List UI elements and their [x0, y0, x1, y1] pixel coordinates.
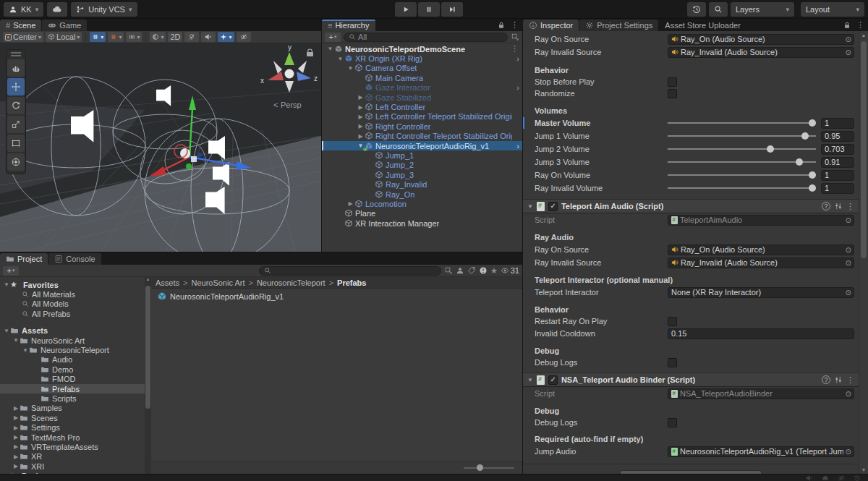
- master-volume-value[interactable]: 1: [821, 118, 854, 129]
- tab-asset-store-uploader[interactable]: Asset Store Uploader: [659, 20, 746, 31]
- project-item[interactable]: ▶ XR: [0, 452, 145, 461]
- object-field-ray-on[interactable]: Ray_On (Audio Source) ⊙: [668, 244, 854, 255]
- slider-handle[interactable]: [809, 171, 816, 179]
- hierarchy-item[interactable]: ▶ Left Controller: [322, 102, 522, 111]
- hierarchy-item[interactable]: ▶ Locomotion: [322, 199, 522, 208]
- object-field-jump-audio[interactable]: NeurosonicTeleportAudioRig_v1 (Teleport …: [668, 446, 854, 457]
- project-tree-scrollbar[interactable]: ▲: [145, 277, 151, 474]
- layout-dropdown[interactable]: Layout ▾: [801, 2, 864, 17]
- 2d-toggle[interactable]: 2D: [168, 32, 182, 42]
- project-item-selected[interactable]: Prefabs: [0, 384, 145, 393]
- object-picker-icon[interactable]: ⊙: [846, 246, 851, 254]
- transform-tool[interactable]: [7, 153, 25, 171]
- search-button[interactable]: [709, 2, 728, 17]
- project-item[interactable]: ▼ NeurosonicTeleport: [0, 345, 145, 354]
- hierarchy-item[interactable]: ▼ Camera Offset: [322, 64, 522, 73]
- rotate-tool[interactable]: [7, 97, 25, 114]
- jump1-volume-slider[interactable]: [668, 130, 816, 142]
- object-picker-icon[interactable]: ⊙: [846, 216, 851, 224]
- hierarchy-item[interactable]: ▶ Right Controller Teleport Stabilized O…: [322, 132, 522, 141]
- rect-tool[interactable]: [7, 135, 25, 152]
- play-button[interactable]: [395, 2, 417, 17]
- component-enabled-checkbox[interactable]: [548, 202, 558, 211]
- hierarchy-item[interactable]: ▶ Left Controller Teleport Stabilized Or…: [322, 112, 522, 122]
- thumbnail-size-slider[interactable]: [464, 467, 514, 469]
- scale-tool[interactable]: [7, 116, 25, 133]
- scene-visibility-toggle[interactable]: [237, 32, 251, 42]
- inspector-scrollbar[interactable]: ▲ ▼: [859, 31, 868, 474]
- breadcrumb-neurosonicteleport[interactable]: NeurosonicTeleport: [257, 278, 326, 287]
- status-mute-icon[interactable]: [806, 474, 813, 481]
- script-object-field[interactable]: TeleportAimAudio ⊙: [668, 215, 854, 226]
- create-object-button[interactable]: +▾: [325, 33, 341, 42]
- object-field-ray-invalid[interactable]: Ray_Invalid (Audio Source) ⊙: [668, 257, 854, 268]
- step-button[interactable]: [441, 2, 463, 17]
- tab-project[interactable]: Project: [0, 253, 48, 265]
- status-activity-icon[interactable]: [854, 474, 861, 481]
- jump2-volume-value[interactable]: 0.703: [821, 144, 854, 155]
- object-field-ray-invalid[interactable]: Ray_Invalid (Audio Source) ⊙: [668, 47, 854, 58]
- status-eye-slash-icon[interactable]: [838, 474, 845, 481]
- hierarchy-item[interactable]: Gaze Interactor ›: [322, 83, 522, 93]
- component-header-nsa-teleport-audio-binder[interactable]: ▼ NSA_Teleport Audio Binder (Script) ? ⋮: [523, 373, 859, 387]
- project-item[interactable]: All Models: [0, 299, 145, 309]
- scroll-up-arrow[interactable]: ▲: [859, 33, 868, 38]
- audio-toggle[interactable]: [201, 32, 216, 42]
- search-by-label-icon[interactable]: [467, 266, 476, 275]
- object-picker-icon[interactable]: ⊙: [846, 448, 851, 456]
- status-cloud-icon[interactable]: [822, 474, 829, 481]
- tool-handle-rotation-dropdown[interactable]: Local▾: [46, 32, 82, 42]
- slider-knob[interactable]: [477, 464, 483, 471]
- object-picker-icon[interactable]: ⊙: [846, 259, 851, 267]
- foldout-icon[interactable]: ▼: [527, 203, 533, 210]
- increment-snap-toggle[interactable]: ▾: [108, 32, 124, 42]
- hierarchy-item-selected[interactable]: ▼ + NeurosonicTeleportAudioRig_v1 ›: [322, 141, 522, 150]
- kebab-menu-icon[interactable]: ⋮: [511, 20, 519, 30]
- hierarchy-item[interactable]: Ray_On: [322, 190, 522, 199]
- scrollbar-thumb[interactable]: [861, 41, 867, 258]
- randomize-checkbox[interactable]: [668, 89, 677, 98]
- ray-on-volume-slider[interactable]: [668, 169, 816, 181]
- project-search-input[interactable]: [259, 266, 441, 276]
- debug-logs-checkbox[interactable]: [668, 358, 677, 367]
- kebab-menu-icon[interactable]: ⋮: [846, 202, 854, 211]
- slider-handle[interactable]: [809, 184, 816, 192]
- undo-history-button[interactable]: [687, 2, 706, 17]
- slider-handle[interactable]: [767, 145, 774, 153]
- breadcrumb-neurosonic-art[interactable]: NeuroSonic Art: [191, 278, 244, 287]
- grid-snap-toggle[interactable]: ▾: [90, 32, 106, 42]
- hierarchy-item[interactable]: Plane: [322, 209, 522, 218]
- slider-handle[interactable]: [796, 158, 803, 166]
- hidden-count-toggle[interactable]: 31: [501, 266, 519, 275]
- debug-logs-checkbox[interactable]: [668, 418, 677, 427]
- scene-viewport[interactable]: y x z < Persp: [0, 43, 321, 252]
- project-item[interactable]: ▶ TextMesh Pro: [0, 433, 145, 442]
- saved-search-star-icon[interactable]: ★: [490, 266, 498, 276]
- project-item[interactable]: ▶ Scenes: [0, 413, 145, 422]
- hierarchy-item[interactable]: Main Camera: [322, 73, 522, 82]
- hierarchy-item[interactable]: Jump_1: [322, 150, 522, 160]
- unity-vcs-button[interactable]: Unity VCS ▾: [71, 2, 137, 17]
- shading-mode-dropdown[interactable]: ▾: [150, 32, 166, 42]
- presets-icon[interactable]: [834, 375, 843, 384]
- palette-drag-handle[interactable]: [11, 52, 21, 56]
- project-item[interactable]: Scripts: [0, 393, 145, 403]
- tool-handle-pivot-dropdown[interactable]: Center▾: [3, 32, 43, 42]
- project-item[interactable]: ▶ Samples: [0, 404, 145, 413]
- kebab-menu-icon[interactable]: ⋮: [511, 44, 519, 54]
- scroll-down-arrow[interactable]: ▼: [859, 467, 868, 472]
- hierarchy-search-input[interactable]: All: [344, 33, 508, 42]
- move-tool[interactable]: [7, 78, 25, 95]
- pause-button[interactable]: [418, 2, 440, 17]
- object-picker-icon[interactable]: ⊙: [846, 390, 851, 398]
- search-by-type-icon[interactable]: [456, 266, 464, 275]
- effects-toggle[interactable]: ▾: [218, 32, 234, 42]
- breadcrumb-assets[interactable]: Assets: [156, 278, 179, 287]
- lock-icon[interactable]: [843, 21, 851, 30]
- object-picker-icon[interactable]: ⊙: [846, 289, 851, 297]
- hierarchy-item[interactable]: Ray_Invalid: [322, 179, 522, 189]
- cloud-services-button[interactable]: [47, 2, 67, 17]
- import-log-icon[interactable]: [479, 266, 488, 275]
- layers-dropdown[interactable]: Layers ▾: [731, 2, 794, 17]
- scroll-up-arrow[interactable]: ▲: [145, 277, 151, 281]
